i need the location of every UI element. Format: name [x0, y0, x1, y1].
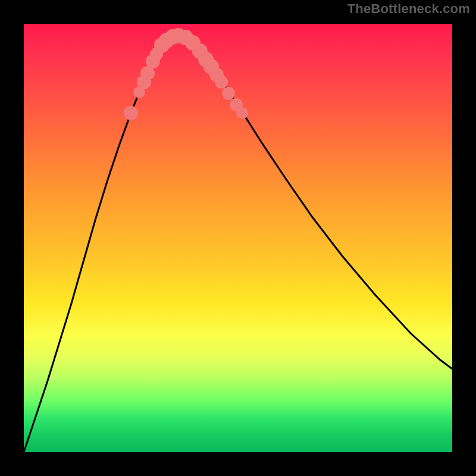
- marker-dot: [124, 106, 138, 120]
- marker-points: [124, 28, 248, 120]
- marker-dot: [215, 76, 228, 89]
- bottleneck-chart: [24, 24, 452, 452]
- chart-frame: TheBottleneck.com: [0, 0, 476, 476]
- plot-area: [24, 24, 452, 452]
- marker-dot: [222, 87, 235, 100]
- bottleneck-curve: [24, 36, 452, 452]
- marker-dot: [236, 107, 248, 119]
- watermark-text: TheBottleneck.com: [347, 1, 470, 17]
